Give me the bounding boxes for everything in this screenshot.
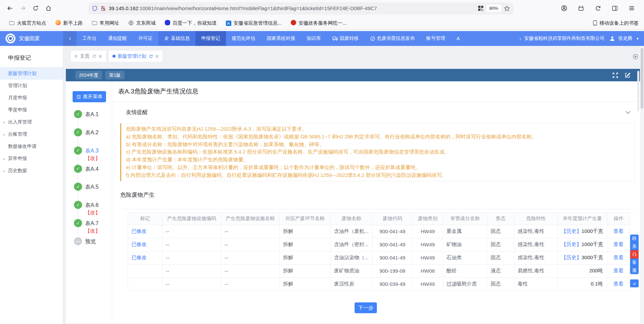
year-button[interactable]: 2024年度: [75, 71, 102, 79]
qr-code-icon[interactable]: [478, 5, 484, 11]
nav-item-工作台[interactable]: 工作台: [77, 31, 102, 46]
nav-item-申报登记[interactable]: 申报登记: [196, 31, 226, 46]
nav-item-账号管理[interactable]: 账号管理: [420, 31, 451, 46]
nav-item-危废供需信息发布[interactable]: 危废供需信息发布: [364, 31, 420, 46]
tab-refresh-icon[interactable]: [92, 54, 96, 58]
service-label-char[interactable]: 服: [630, 266, 639, 274]
service-label-char[interactable]: 联: [630, 235, 639, 242]
sidebar-item-异常申报[interactable]: ▸异常申报: [0, 153, 63, 165]
facility-name-cell: --: [221, 264, 280, 277]
sidebar-item-数据修改申请[interactable]: 数据修改申请: [0, 140, 63, 153]
bookmark-item[interactable]: 新手上路: [55, 20, 83, 26]
nav-item-知识库[interactable]: 知识库: [301, 31, 327, 46]
reminder-line: a) 危险废物名称、类别、代码和危险特性：依据《国家危险废物名录》或根据 GB …: [126, 133, 629, 141]
shield-icon[interactable]: [92, 5, 98, 11]
tab-close-icon[interactable]: ✕: [98, 54, 102, 59]
expand-arrow-icon[interactable]: ▸: [3, 169, 5, 173]
history-restore-icon[interactable]: [592, 3, 603, 14]
url-text[interactable]: 39.145.0.162:10081/main/view/home/horizo…: [109, 5, 475, 11]
expand-arrow-icon[interactable]: ▸: [3, 157, 5, 161]
expand-menu-button[interactable]: 展开菜单: [73, 91, 106, 102]
app-brand[interactable]: 安徽固废: [0, 33, 63, 44]
panel-scrollbar-thumb[interactable]: [637, 71, 639, 111]
nav-item-A[interactable]: A: [451, 31, 465, 46]
nav-collapse-icon[interactable]: ‹: [63, 31, 77, 46]
sidebar-item-月度申报[interactable]: 月度申报: [0, 92, 63, 104]
service-logo-icon[interactable]: [630, 250, 639, 259]
table-section-title: 危险废物产生: [120, 191, 155, 199]
service-label-char[interactable]: 系: [630, 242, 639, 250]
fullscreen-icon[interactable]: [612, 72, 618, 78]
nav-item-固废转移[interactable]: 固废转移: [327, 31, 364, 46]
back-icon[interactable]: [4, 3, 16, 14]
menu-hamburger-icon[interactable]: [626, 3, 637, 14]
waste-code-cell: 900-199-08: [372, 264, 413, 277]
chevron-down-icon[interactable]: [625, 111, 630, 114]
sidebar-item-新版管理计划[interactable]: 新版管理计划: [0, 68, 63, 80]
customer-service-widget[interactable]: 联系客服: [630, 235, 639, 274]
view-link[interactable]: 查看: [607, 238, 630, 251]
nav-right: › 安徽省柏科洪武零部件再制造有限公司 张龙腾 ▼: [519, 35, 644, 42]
next-step-button[interactable]: 下一步: [355, 302, 377, 313]
user-name[interactable]: 张龙腾: [618, 35, 632, 42]
nav-item-通知提醒[interactable]: 通知提醒: [102, 31, 133, 46]
nav-item-基础信息[interactable]: 基础信息: [158, 31, 196, 46]
sidebar-item-出入库管理[interactable]: ▸出入库管理: [0, 116, 63, 128]
link-name-cell: 拆解: [280, 277, 331, 291]
sidebar-item-季度申报[interactable]: 季度申报: [0, 104, 63, 116]
sidebar-item-管理计划[interactable]: 管理计划: [0, 80, 63, 92]
tab-close-icon[interactable]: ✕: [155, 54, 159, 59]
insecure-lock-icon[interactable]: [100, 5, 106, 11]
expand-arrow-icon[interactable]: ▸: [3, 120, 5, 124]
globe-icon: [128, 20, 134, 26]
bookmark-star-icon[interactable]: [504, 5, 510, 11]
edit-icon[interactable]: [624, 72, 630, 78]
quantity-cell: 【历史】1000千克: [558, 238, 607, 251]
tab-新版管理计划[interactable]: 新版管理计划✕: [109, 51, 163, 62]
tab-主页[interactable]: 主页✕: [71, 51, 106, 62]
history-tag[interactable]: 【历史】: [561, 254, 582, 260]
bookmark-item[interactable]: 百度一下，你就知道: [165, 20, 217, 26]
sidebar-item-历史数据[interactable]: ▸历史数据: [0, 165, 63, 177]
collapse-widget-button[interactable]: «: [630, 279, 639, 287]
reminder-header[interactable]: 友情提醒: [112, 102, 640, 123]
sidebar-item-台账管理[interactable]: ▸台账管理: [0, 128, 63, 140]
view-link[interactable]: 查看: [607, 251, 630, 264]
company-name[interactable]: 安徽省柏科洪武零部件再制造有限公司: [524, 35, 604, 42]
extensions-icon[interactable]: [575, 3, 587, 14]
history-tag[interactable]: 【历史】: [561, 241, 582, 247]
modified-tag: 【改】: [85, 210, 100, 216]
column-header: 形态: [487, 212, 514, 225]
home-icon[interactable]: [43, 3, 54, 14]
url-bar[interactable]: 39.145.0.162:10081/main/view/home/horizo…: [88, 2, 513, 15]
view-link[interactable]: 查看: [607, 277, 630, 291]
account-icon[interactable]: [558, 3, 570, 14]
bookmark-item[interactable]: 京东商城: [128, 20, 156, 26]
user-caret-icon[interactable]: ▼: [636, 37, 639, 40]
reload-icon[interactable]: [30, 3, 41, 14]
nav-item-规范化评估[interactable]: 规范化评估: [226, 31, 261, 46]
bookmark-item[interactable]: 火狐官方站点: [9, 20, 46, 26]
tab-refresh-icon[interactable]: [149, 54, 153, 58]
view-link[interactable]: 查看: [607, 225, 630, 238]
expand-arrow-icon[interactable]: ▸: [3, 133, 5, 136]
table-row: 已修改----拆解含油沾染物（...900-041-49HW49石油类固态感染性…: [128, 251, 630, 264]
bookmark-item[interactable]: 常用网址: [92, 20, 119, 26]
form-title: 表A.3危险废物产生情况信息: [118, 87, 199, 96]
nav-item-许可证[interactable]: 许可证: [133, 31, 158, 46]
page-scrollbar-thumb[interactable]: [641, 48, 643, 109]
history-tag[interactable]: 【历史】: [561, 228, 582, 234]
bookmark-item[interactable]: A安徽省应急管理信息...: [226, 20, 282, 26]
view-link[interactable]: 查看: [607, 264, 630, 277]
bookmark-item[interactable]: 安徽政务服务网统一...: [291, 20, 347, 26]
zoom-level-badge[interactable]: 80%: [486, 5, 501, 12]
version-button[interactable]: 第1版: [105, 71, 125, 79]
page-scrollbar[interactable]: [640, 46, 644, 324]
sidebar-toggle-icon[interactable]: [609, 3, 620, 14]
forward-icon[interactable]: [17, 3, 28, 14]
tab-options-icon[interactable]: [633, 54, 639, 60]
waste-code-cell: 900-041-49: [372, 251, 413, 264]
mobile-bookmarks[interactable]: 移动设备上的书签: [593, 20, 639, 26]
nav-item-国家系统对接[interactable]: 国家系统对接: [261, 31, 301, 46]
service-label-char[interactable]: 客: [630, 259, 639, 266]
